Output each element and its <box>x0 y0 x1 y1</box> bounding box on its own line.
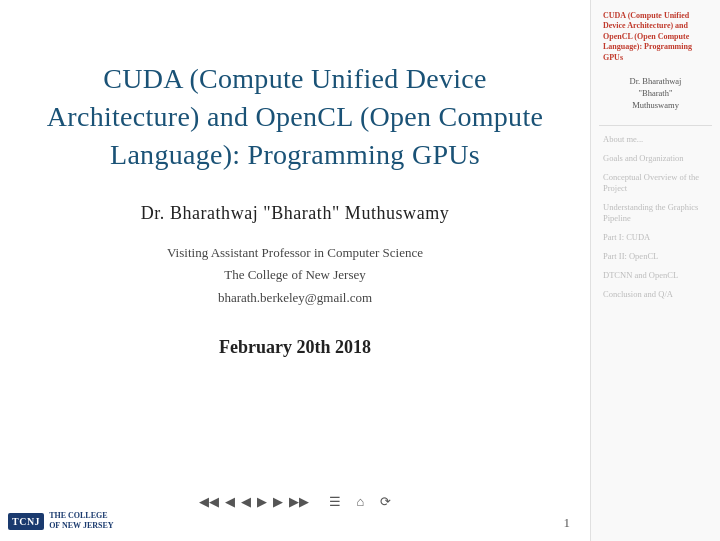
sidebar-item-conceptual[interactable]: Conceptual Overview of the Project <box>599 169 712 197</box>
nav-toc-icon[interactable]: ☰ <box>329 494 341 510</box>
logo-abbr: TCNJ <box>8 513 44 530</box>
sidebar-author-nickname: "Bharath" <box>639 88 673 98</box>
nav-search-icon[interactable]: ⟳ <box>380 494 391 510</box>
sidebar-author-surname: Muthuswamy <box>632 100 679 110</box>
sidebar-item-opencl[interactable]: Part II: OpenCL <box>599 248 712 265</box>
affiliation-line3: bharath.berkeley@gmail.com <box>218 290 372 305</box>
nav-first-icon[interactable]: ◀◀ <box>199 494 219 510</box>
slide-sidebar: CUDA (Compute Unified Device Architectur… <box>590 0 720 541</box>
nav-next-section-icon[interactable]: ▶ <box>257 494 267 510</box>
sidebar-item-goals[interactable]: Goals and Organization <box>599 150 712 167</box>
slide-logo: TCNJ THE COLLEGEOF NEW JERSEY <box>0 501 120 541</box>
slide-main: CUDA (Compute Unified Device Architectur… <box>0 0 590 541</box>
slide-page-number: 1 <box>564 515 571 531</box>
slide-author: Dr. Bharathwaj "Bharath" Muthuswamy <box>40 203 550 224</box>
sidebar-item-graphics[interactable]: Understanding the Graphics Pipeline <box>599 199 712 227</box>
nav-last-icon[interactable]: ▶▶ <box>289 494 309 510</box>
sidebar-author-name: Dr. Bharathwaj <box>630 76 682 86</box>
affiliation-line1: Visiting Assistant Professor in Computer… <box>167 245 423 260</box>
nav-next-icon[interactable]: ▶ <box>273 494 283 510</box>
affiliation-line2: The College of New Jersey <box>224 267 366 282</box>
sidebar-item-about[interactable]: About me... <box>599 131 712 148</box>
sidebar-item-dtcnn[interactable]: DTCNN and OpenCL <box>599 267 712 284</box>
slide-title: CUDA (Compute Unified Device Architectur… <box>40 60 550 173</box>
nav-prev-icon[interactable]: ◀ <box>225 494 235 510</box>
sidebar-item-cuda[interactable]: Part I: CUDA <box>599 229 712 246</box>
sidebar-author: Dr. Bharathwaj "Bharath" Muthuswamy <box>599 74 712 114</box>
slide-date: February 20th 2018 <box>40 337 550 358</box>
sidebar-item-conclusion[interactable]: Conclusion and Q/A <box>599 286 712 303</box>
slide-affiliation: Visiting Assistant Professor in Computer… <box>40 242 550 308</box>
sidebar-title-active[interactable]: CUDA (Compute Unified Device Architectur… <box>599 8 712 66</box>
sidebar-divider <box>599 125 712 126</box>
nav-prev-section-icon[interactable]: ◀ <box>241 494 251 510</box>
logo-full: THE COLLEGEOF NEW JERSEY <box>49 511 113 530</box>
nav-home-icon[interactable]: ⌂ <box>357 494 365 510</box>
